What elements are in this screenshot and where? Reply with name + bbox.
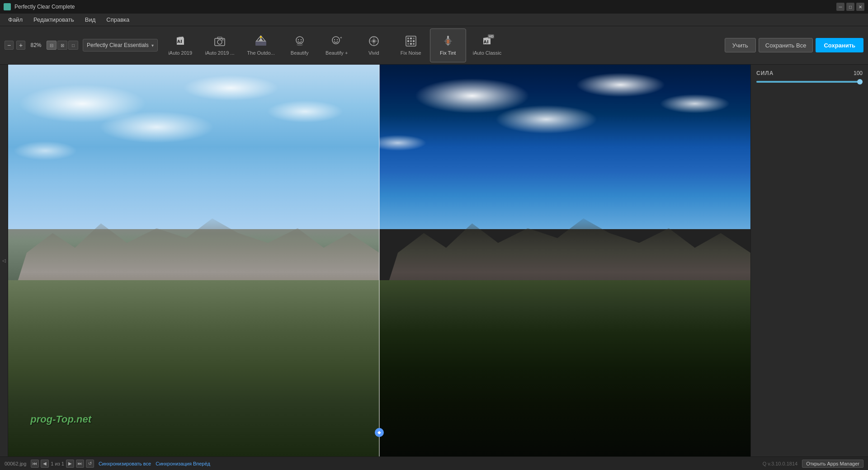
svg-point-13 bbox=[334, 39, 335, 40]
before-foreground bbox=[8, 280, 379, 456]
menu-bar: Файл Редактировать Вид Справка bbox=[0, 14, 868, 26]
nav-refresh-button[interactable]: ↺ bbox=[86, 460, 94, 468]
svg-rect-24 bbox=[410, 40, 412, 42]
version-text: Q v.3.10.0.1814 bbox=[763, 461, 797, 466]
preset-beautifyplus[interactable]: + Beautify + bbox=[319, 28, 355, 62]
sila-slider-thumb[interactable] bbox=[857, 79, 863, 85]
svg-point-8 bbox=[260, 36, 262, 38]
app-icon bbox=[4, 3, 11, 10]
svg-point-2 bbox=[217, 40, 222, 44]
zoom-in-button[interactable]: + bbox=[16, 41, 25, 50]
svg-point-10 bbox=[298, 39, 299, 40]
open-apps-button[interactable]: Открыть Apps Manager bbox=[802, 460, 863, 468]
svg-text:2019: 2019 bbox=[178, 36, 183, 38]
left-panel-toggle[interactable]: ◁ bbox=[0, 65, 8, 456]
status-bar: 00062.jpg ⏮ ◀ 1 из 1 ▶ ⏭ ↺ Синхронизиров… bbox=[0, 456, 868, 470]
right-panel: СИЛА 100 bbox=[750, 65, 868, 456]
sila-label: СИЛА bbox=[756, 70, 774, 76]
nav-first-button[interactable]: ⏮ bbox=[31, 460, 39, 468]
view-mode-split[interactable]: ⊟ bbox=[47, 41, 57, 50]
zoom-value: 82% bbox=[28, 42, 44, 48]
sila-slider[interactable] bbox=[756, 81, 863, 83]
split-handle[interactable] bbox=[375, 428, 384, 437]
svg-rect-26 bbox=[407, 43, 409, 45]
toolbar: − + 82% ⊟ ⊠ □ Perfectly Clear Essentials… bbox=[0, 26, 868, 65]
preset-outdoor-label: The Outdo... bbox=[247, 50, 275, 56]
preset-iauto2019b-label: iAuto 2019 ... bbox=[205, 50, 235, 56]
beautify-icon bbox=[292, 34, 307, 48]
svg-rect-27 bbox=[410, 43, 412, 45]
window-title: Perfectly Clear Complete bbox=[14, 4, 833, 10]
iauto-classic-icon-wrapper: HD bbox=[481, 34, 493, 48]
preset-iauto2019[interactable]: 2019 iAuto 2019 bbox=[162, 28, 198, 62]
preset-fixtint[interactable]: Fix Tint bbox=[430, 28, 466, 62]
svg-point-14 bbox=[337, 39, 338, 40]
preset-fixnoise-label: Fix Noise bbox=[401, 50, 421, 56]
save-all-button[interactable]: Сохранить Все bbox=[759, 38, 813, 52]
preset-outdoor[interactable]: The Outdo... bbox=[241, 28, 281, 62]
preset-fixnoise[interactable]: Fix Noise bbox=[393, 28, 429, 62]
nav-last-button[interactable]: ⏭ bbox=[76, 460, 84, 468]
svg-text:+: + bbox=[340, 36, 342, 40]
menu-file[interactable]: Файл bbox=[4, 14, 27, 25]
status-file: 00062.jpg bbox=[5, 461, 26, 466]
preset-iauto2019b[interactable]: iAuto 2019 ... bbox=[199, 28, 241, 62]
preset-beautify[interactable]: Beautify bbox=[282, 28, 318, 62]
after-clouds bbox=[379, 72, 750, 229]
svg-rect-25 bbox=[413, 40, 415, 42]
preset-iauto-classic-label: iAuto Classic bbox=[473, 50, 502, 56]
before-image bbox=[8, 65, 379, 456]
menu-view[interactable]: Вид bbox=[80, 14, 100, 25]
svg-rect-20 bbox=[407, 38, 409, 39]
view-mode-buttons: ⊟ ⊠ □ bbox=[47, 41, 78, 50]
maximize-button[interactable]: □ bbox=[846, 3, 854, 11]
preset-selector[interactable]: Perfectly Clear Essentials ▾ bbox=[83, 39, 158, 52]
vivid-icon bbox=[367, 34, 381, 48]
svg-point-4 bbox=[222, 39, 224, 41]
svg-point-11 bbox=[301, 39, 302, 40]
nav-counter: 1 из 1 bbox=[51, 461, 64, 466]
menu-edit[interactable]: Редактировать bbox=[29, 14, 79, 25]
learn-button[interactable]: Учить bbox=[725, 38, 756, 52]
minimize-button[interactable]: ─ bbox=[836, 3, 844, 11]
before-clouds bbox=[8, 72, 379, 229]
svg-rect-29 bbox=[447, 36, 449, 38]
sila-value: 100 bbox=[854, 70, 863, 76]
preset-iauto2019-label: iAuto 2019 bbox=[168, 50, 192, 56]
nav-next-button[interactable]: ▶ bbox=[66, 460, 74, 468]
status-right: Q v.3.10.0.1814 Открыть Apps Manager bbox=[763, 460, 863, 468]
main-area: ◁ prog-Top.net СИЛА 100 bbox=[0, 65, 868, 456]
svg-rect-32 bbox=[447, 40, 449, 43]
preset-beautify-label: Beautify bbox=[291, 50, 309, 56]
preset-vivid[interactable]: Vivid bbox=[356, 28, 392, 62]
title-bar: Perfectly Clear Complete ─ □ ✕ bbox=[0, 0, 868, 14]
beautifyplus-icon: + bbox=[330, 34, 344, 48]
outdoor-icon bbox=[254, 34, 268, 48]
svg-rect-3 bbox=[217, 37, 222, 39]
svg-rect-28 bbox=[413, 43, 415, 45]
save-button[interactable]: Сохранить bbox=[816, 38, 863, 52]
close-button[interactable]: ✕ bbox=[856, 3, 864, 11]
left-panel-toggle-icon: ◁ bbox=[2, 258, 6, 263]
menu-help[interactable]: Справка bbox=[102, 14, 134, 25]
svg-rect-5 bbox=[255, 41, 266, 46]
view-mode-side[interactable]: ⊠ bbox=[57, 41, 67, 50]
preset-selector-label: Perfectly Clear Essentials bbox=[87, 42, 149, 48]
sync-all-button[interactable]: Синхронизировать все bbox=[99, 461, 151, 466]
chevron-down-icon: ▾ bbox=[151, 43, 154, 48]
zoom-out-button[interactable]: − bbox=[5, 41, 14, 50]
fixnoise-icon bbox=[404, 34, 418, 48]
view-mode-single[interactable]: □ bbox=[68, 41, 78, 50]
sync-forward-button[interactable]: Синхронизация Вперёд bbox=[156, 461, 210, 466]
preset-iauto-classic[interactable]: HD iAuto Classic bbox=[467, 28, 508, 62]
preset-vivid-label: Vivid bbox=[368, 50, 379, 56]
preset-fixtint-label: Fix Tint bbox=[440, 50, 456, 56]
toolbar-left: − + 82% ⊟ ⊠ □ bbox=[5, 41, 78, 50]
toolbar-right: Учить Сохранить Все Сохранить bbox=[725, 38, 863, 52]
after-image bbox=[379, 65, 750, 456]
preset-beautifyplus-label: Beautify + bbox=[326, 50, 348, 56]
nav-prev-button[interactable]: ◀ bbox=[41, 460, 49, 468]
split-line bbox=[379, 65, 380, 456]
svg-rect-22 bbox=[413, 38, 415, 39]
window-controls: ─ □ ✕ bbox=[836, 3, 864, 11]
